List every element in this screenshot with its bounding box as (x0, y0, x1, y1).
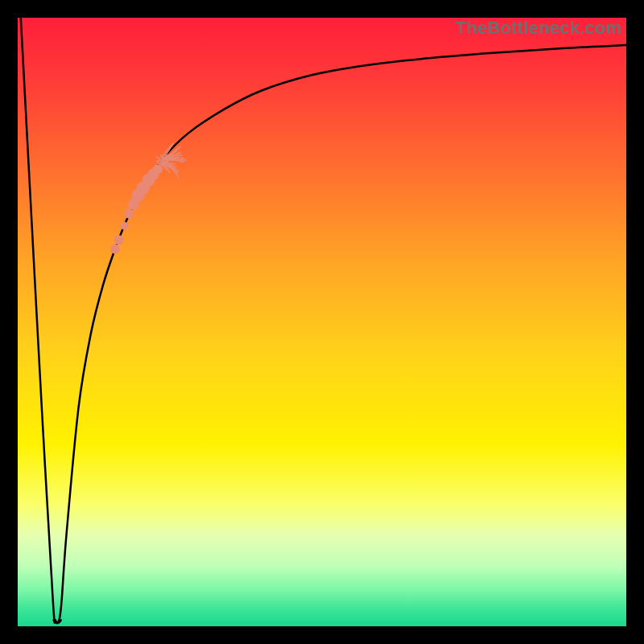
plot-area: TheBottleneck.com (18, 18, 626, 626)
curve-svg (18, 18, 626, 626)
highlight-marker (124, 208, 134, 218)
highlight-marker (114, 235, 123, 245)
marker-group (110, 164, 163, 254)
bottleneck-curve (21, 18, 626, 623)
highlight-marker (120, 222, 128, 230)
highlight-marker (110, 244, 120, 254)
highlight-marker (153, 164, 163, 174)
chart-frame: TheBottleneck.com (0, 0, 644, 644)
